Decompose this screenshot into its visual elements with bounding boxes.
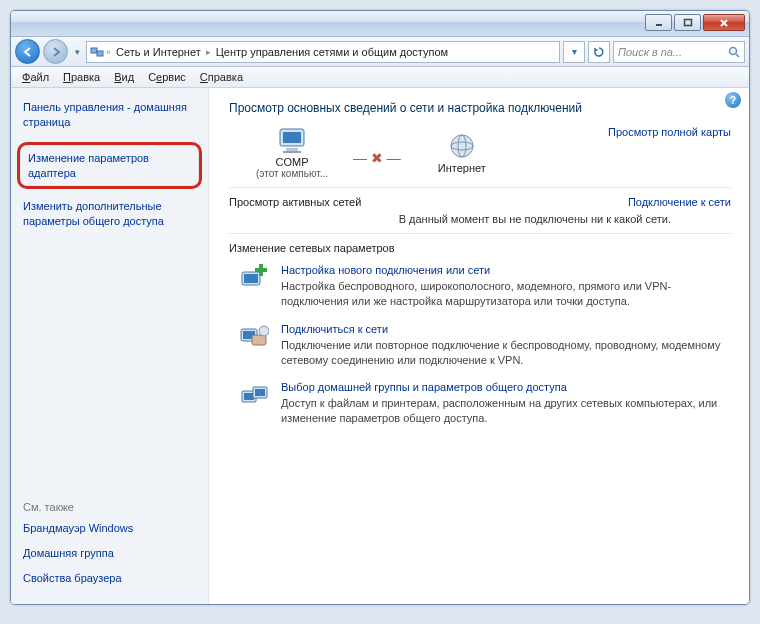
menu-help[interactable]: Справка xyxy=(193,69,250,85)
menu-edit[interactable]: Правка xyxy=(56,69,107,85)
address-bar: ▾ « Сеть и Интернет ▸ Центр управления с… xyxy=(11,37,749,67)
svg-rect-9 xyxy=(283,132,301,143)
connect-network-icon xyxy=(239,323,269,353)
search-input[interactable]: Поиск в па... xyxy=(613,41,745,63)
menu-tools[interactable]: Сервис xyxy=(141,69,193,85)
forward-button[interactable] xyxy=(43,39,68,64)
breadcrumb-segment[interactable]: Центр управления сетями и общим доступом xyxy=(212,46,452,58)
node-label: Интернет xyxy=(438,162,486,174)
option-new-connection[interactable]: Настройка нового подключения или сети На… xyxy=(239,264,731,309)
globe-icon xyxy=(447,132,477,162)
option-homegroup[interactable]: Выбор домашней группы и параметров общег… xyxy=(239,381,731,426)
menubar: Файл Правка Вид Сервис Справка xyxy=(11,67,749,88)
option-title: Настройка нового подключения или сети xyxy=(281,264,731,276)
see-also-heading: См. также xyxy=(23,501,198,513)
svg-point-6 xyxy=(730,47,737,54)
back-button[interactable] xyxy=(15,39,40,64)
history-chevron-icon[interactable]: ▾ xyxy=(71,41,83,63)
option-desc: Доступ к файлам и принтерам, расположенн… xyxy=(281,396,731,426)
sidebar-homegroup-link[interactable]: Домашняя группа xyxy=(23,546,198,561)
minimize-button[interactable] xyxy=(645,14,672,31)
computer-icon xyxy=(275,126,309,156)
titlebar xyxy=(11,11,749,37)
window: ▾ « Сеть и Интернет ▸ Центр управления с… xyxy=(10,10,750,605)
breadcrumb-chevron-icon: ▸ xyxy=(205,47,212,57)
svg-rect-26 xyxy=(255,389,265,396)
svg-rect-11 xyxy=(283,151,301,153)
svg-rect-10 xyxy=(286,148,298,151)
location-bar[interactable]: « Сеть и Интернет ▸ Центр управления сет… xyxy=(86,41,560,63)
svg-rect-1 xyxy=(684,19,691,25)
close-button[interactable] xyxy=(703,14,745,31)
homegroup-icon xyxy=(239,381,269,411)
map-arrow-icon: — ✖ — xyxy=(353,150,401,166)
network-small-icon xyxy=(89,44,105,60)
breadcrumb-segment[interactable]: Сеть и Интернет xyxy=(112,46,205,58)
option-desc: Настройка беспроводного, широкополосного… xyxy=(281,279,731,309)
breadcrumb-chevron-icon: « xyxy=(105,47,112,57)
view-full-map-link[interactable]: Просмотр полной карты xyxy=(608,126,731,138)
network-map: COMP (этот компьют... — ✖ — Интернет Про… xyxy=(229,126,731,179)
change-settings-heading: Изменение сетевых параметров xyxy=(229,242,731,254)
svg-rect-21 xyxy=(252,335,266,345)
svg-point-12 xyxy=(451,135,473,157)
sidebar-firewall-link[interactable]: Брандмауэр Windows xyxy=(23,521,198,536)
new-connection-icon xyxy=(239,264,269,294)
svg-rect-18 xyxy=(259,264,263,276)
page-title: Просмотр основных сведений о сети и наст… xyxy=(229,100,731,116)
node-sublabel: (этот компьют... xyxy=(256,168,328,179)
connect-network-link[interactable]: Подключение к сети xyxy=(628,196,731,208)
svg-point-22 xyxy=(259,326,269,336)
sidebar-sharing-settings[interactable]: Изменить дополнительные параметры общего… xyxy=(23,199,198,229)
svg-rect-16 xyxy=(244,274,258,283)
svg-rect-5 xyxy=(97,51,103,56)
active-networks-body: В данный момент вы не подключены ни к ка… xyxy=(229,212,731,227)
option-desc: Подключение или повторное подключение к … xyxy=(281,338,731,368)
sidebar-adapter-settings[interactable]: Изменение параметров адаптера xyxy=(17,142,202,190)
help-icon[interactable]: ? xyxy=(725,92,741,108)
content-area: Панель управления - домашняя страница Из… xyxy=(11,88,749,604)
refresh-button[interactable] xyxy=(588,41,610,63)
sidebar-home-link[interactable]: Панель управления - домашняя страница xyxy=(23,100,198,130)
menu-view[interactable]: Вид xyxy=(107,69,141,85)
maximize-button[interactable] xyxy=(674,14,701,31)
search-icon xyxy=(728,46,740,58)
active-networks-heading: Просмотр активных сетей xyxy=(229,196,361,208)
dropdown-button[interactable]: ▾ xyxy=(563,41,585,63)
map-node-internet: Интернет xyxy=(417,132,507,174)
node-label: COMP xyxy=(276,156,309,168)
search-placeholder: Поиск в па... xyxy=(618,46,682,58)
map-node-computer: COMP (этот компьют... xyxy=(247,126,337,179)
main-panel: ? Просмотр основных сведений о сети и на… xyxy=(209,88,749,604)
option-connect-network[interactable]: Подключиться к сети Подключение или повт… xyxy=(239,323,731,368)
sidebar: Панель управления - домашняя страница Из… xyxy=(11,88,209,604)
svg-rect-4 xyxy=(91,48,97,53)
sidebar-browser-link[interactable]: Свойства браузера xyxy=(23,571,198,586)
option-title: Подключиться к сети xyxy=(281,323,731,335)
menu-file[interactable]: Файл xyxy=(15,69,56,85)
svg-line-7 xyxy=(736,54,739,57)
option-title: Выбор домашней группы и параметров общег… xyxy=(281,381,731,393)
